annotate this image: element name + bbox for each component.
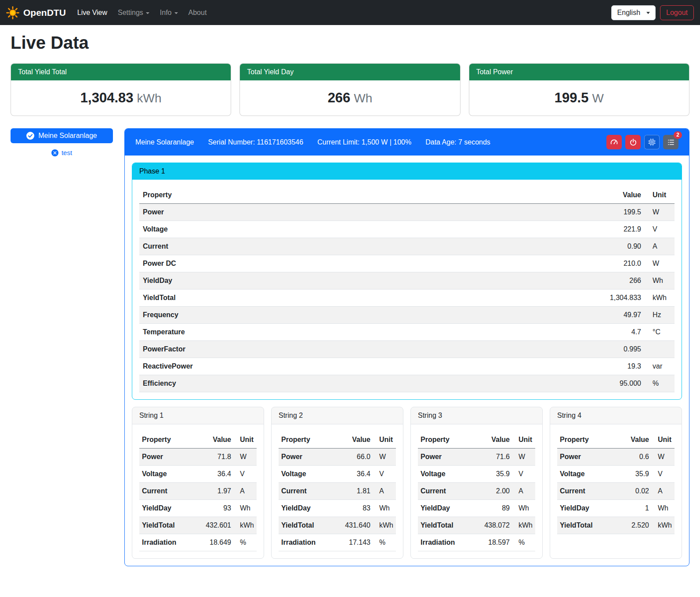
top-navbar: OpenDTU Live View Settings Info About En…: [0, 0, 700, 25]
property-cell: Voltage: [279, 466, 341, 483]
property-cell: Power: [418, 449, 480, 466]
value-cell: 35.9: [619, 466, 652, 483]
property-cell: Current: [139, 483, 201, 500]
page-title: Live Data: [11, 33, 689, 53]
table-row: Power 66.0 W: [279, 449, 396, 466]
value-cell: 0.90: [588, 238, 645, 255]
table-row: Current 1.81 A: [279, 483, 396, 500]
table-row: Current 2.00 A: [418, 483, 535, 500]
cpu-chip-icon: [648, 138, 656, 146]
unit-cell: kWh: [652, 517, 675, 534]
table-row: YieldDay 89 Wh: [418, 500, 535, 517]
table-row: YieldDay 1 Wh: [557, 500, 675, 517]
unit-cell: V: [512, 466, 535, 483]
value-cell: 71.6: [480, 449, 512, 466]
value-cell: 1,304.833: [588, 289, 645, 307]
total-yield-day-card: Total Yield Day 266Wh: [239, 63, 460, 116]
power-icon: [629, 138, 637, 146]
property-cell: Efficiency: [139, 375, 588, 392]
property-cell: YieldTotal: [139, 517, 201, 534]
unit-cell: %: [373, 534, 396, 551]
table-header-row: Property Value Unit: [557, 431, 675, 449]
column-header-unit: Unit: [373, 431, 396, 449]
brand-link[interactable]: OpenDTU: [6, 6, 66, 19]
property-cell: YieldTotal: [139, 289, 588, 307]
value-cell: 95.000: [588, 375, 645, 392]
unit-cell: V: [652, 466, 675, 483]
property-cell: YieldDay: [557, 500, 619, 517]
property-cell: YieldDay: [418, 500, 480, 517]
unit-cell: kWh: [234, 517, 257, 534]
string-title: String 3: [411, 407, 542, 424]
value-cell: 17.143: [341, 534, 373, 551]
string-title: String 2: [272, 407, 403, 424]
property-cell: Irradiation: [418, 534, 480, 551]
language-select[interactable]: English: [611, 5, 656, 20]
property-cell: Voltage: [139, 221, 588, 238]
string-title: String 4: [550, 407, 682, 424]
table-row: Irradiation 18.597 %: [418, 534, 535, 551]
sidebar-item-test[interactable]: test: [11, 149, 113, 156]
inverter-sidebar: Meine Solaranlage test: [11, 128, 113, 156]
value-cell: 1.97: [201, 483, 234, 500]
unit-cell: A: [652, 483, 675, 500]
total-power-unit: W: [592, 91, 603, 105]
table-row: Irradiation 18.649 %: [139, 534, 257, 551]
strings-row: String 1 Property Value Unit: [132, 407, 682, 559]
total-yield-day-value: 266: [328, 90, 351, 105]
string-2-table: Property Value Unit Power: [279, 431, 396, 551]
unit-cell: A: [512, 483, 535, 500]
property-cell: YieldTotal: [418, 517, 480, 534]
current-limit: Current Limit: 1,500 W | 100%: [317, 138, 411, 146]
value-cell: 83: [341, 500, 373, 517]
phase-1-card: Phase 1 Property Value Unit: [132, 163, 682, 400]
unit-cell: W: [512, 449, 535, 466]
limit-settings-button[interactable]: [606, 135, 622, 149]
unit-cell: kWh: [645, 289, 675, 307]
value-cell: 66.0: [341, 449, 373, 466]
unit-cell: %: [645, 375, 675, 392]
table-header-row: Property Value Unit: [139, 187, 675, 204]
total-power-card: Total Power 199.5W: [469, 63, 689, 116]
event-log-button[interactable]: 2: [663, 135, 678, 149]
value-cell: 1.81: [341, 483, 373, 500]
value-cell: 71.8: [201, 449, 234, 466]
unit-cell: V: [234, 466, 257, 483]
x-circle-icon: [51, 149, 58, 156]
unit-cell: Wh: [234, 500, 257, 517]
nav-live-view[interactable]: Live View: [73, 5, 111, 20]
table-row: Voltage 35.9 V: [418, 466, 535, 483]
logout-button[interactable]: Logout: [660, 5, 694, 20]
value-cell: 431.640: [341, 517, 373, 534]
event-count-badge: 2: [674, 131, 682, 139]
unit-cell: V: [373, 466, 396, 483]
value-cell: 18.597: [480, 534, 512, 551]
property-cell: Temperature: [139, 324, 588, 341]
property-cell: Voltage: [139, 466, 201, 483]
serial-number: Serial Number: 116171603546: [208, 138, 303, 146]
property-cell: Power: [139, 449, 201, 466]
nav-info[interactable]: Info: [156, 5, 182, 20]
sidebar-item-meine-solaranlage[interactable]: Meine Solaranlage: [11, 128, 113, 143]
total-power-value: 199.5: [555, 90, 589, 105]
string-title: String 1: [132, 407, 264, 424]
table-row: Frequency 49.97 Hz: [139, 307, 675, 324]
nav-settings[interactable]: Settings: [114, 5, 153, 20]
table-row: ReactivePower 19.3 var: [139, 358, 675, 375]
table-row: Voltage 36.4 V: [139, 466, 257, 483]
nav-about[interactable]: About: [185, 5, 211, 20]
inverter-name: Meine Solaranlage: [135, 138, 194, 146]
table-row: Efficiency 95.000 %: [139, 375, 675, 392]
property-cell: PowerFactor: [139, 341, 588, 358]
table-row: YieldTotal 1,304.833 kWh: [139, 289, 675, 307]
unit-cell: W: [373, 449, 396, 466]
unit-cell: var: [645, 358, 675, 375]
power-toggle-button[interactable]: [625, 135, 641, 149]
table-row: Voltage 36.4 V: [279, 466, 396, 483]
string-1-card: String 1 Property Value Unit: [132, 407, 264, 559]
table-row: Irradiation 17.143 %: [279, 534, 396, 551]
card-title: Total Yield Day: [240, 64, 460, 80]
table-row: Current 0.90 A: [139, 238, 675, 255]
restart-device-button[interactable]: [644, 135, 660, 149]
table-header-row: Property Value Unit: [279, 431, 396, 449]
